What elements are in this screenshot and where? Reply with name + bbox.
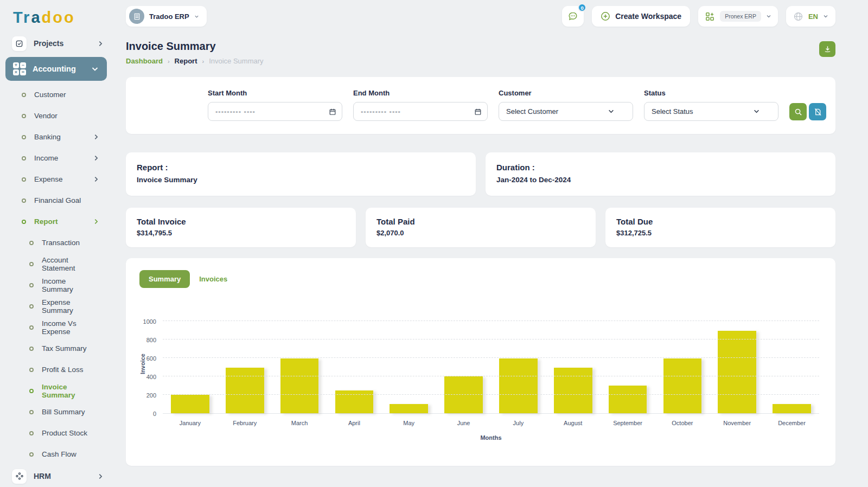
chevron-right-icon (94, 219, 99, 225)
workspace-selector[interactable]: Tradoo ERP (126, 6, 207, 27)
sidebar-item-invoice-summary[interactable]: Invoice Summary (0, 380, 112, 401)
x-axis-title: Months (163, 434, 819, 441)
search-button[interactable] (789, 103, 807, 120)
download-button[interactable] (819, 41, 835, 57)
sidebar-item-profit-loss[interactable]: Profit & Loss (0, 359, 112, 380)
brand-logo[interactable]: Tradoo (0, 5, 112, 32)
erp-selector-label: Pronex ERP (720, 11, 761, 22)
filter-buttons (789, 103, 826, 121)
document-slash-icon (814, 108, 822, 116)
logo-text-dark: a (31, 9, 41, 26)
dot-icon (29, 304, 34, 309)
breadcrumb-dashboard[interactable]: Dashboard (126, 57, 163, 65)
language-selector[interactable]: EN (786, 6, 835, 27)
chevron-down-icon (608, 108, 614, 114)
sidebar-item-financial-goal[interactable]: Financial Goal (0, 190, 112, 211)
tab-summary[interactable]: Summary (139, 270, 190, 288)
sidebar-item-label: HRM (34, 472, 98, 480)
x-axis-label: April (327, 420, 381, 426)
total-label: Total Paid (376, 217, 585, 226)
sidebar-item-label: Expense Summary (42, 298, 99, 315)
end-month-field: End Month (353, 89, 488, 121)
sidebar-item-projects[interactable]: Projects (0, 32, 112, 55)
sidebar-item-label: Income (34, 154, 94, 162)
invoice-chart: Invoice 02004006008001000 JanuaryFebruar… (163, 322, 819, 441)
sidebar-item-product-stock[interactable]: Product Stock (0, 422, 112, 444)
sidebar-item-report[interactable]: Report (0, 211, 112, 232)
sidebar-item-income[interactable]: Income (0, 148, 112, 169)
sidebar-item-vendor[interactable]: Vendor (0, 105, 112, 126)
dot-icon (22, 114, 26, 118)
sidebar-item-tax-summary[interactable]: Tax Summary (0, 338, 112, 359)
app-root: Tradoo Projects+−×=AccountingCustomerVen… (0, 0, 868, 487)
erp-selector[interactable]: Pronex ERP (698, 6, 778, 27)
sidebar-item-label: Projects (34, 39, 98, 48)
plus-circle-icon (601, 11, 610, 21)
breadcrumb-current: Invoice Summary (209, 57, 263, 65)
chart-bar-november (718, 331, 756, 413)
chart-gridline (163, 394, 819, 395)
chart-gridline (163, 321, 819, 321)
chart-bar-slot (655, 322, 710, 413)
sidebar-item-label: Tax Summary (42, 344, 99, 353)
total-value: $312,725.5 (616, 229, 825, 237)
chart-bar-august (554, 368, 592, 414)
sidebar-item-label: Bill Summary (42, 408, 99, 416)
sidebar-item-income-vs-expense[interactable]: Income Vs Expense (0, 317, 112, 338)
chart-bar-september (609, 386, 647, 413)
calculator-icon: +−×= (13, 62, 26, 75)
status-select[interactable]: Select Status (644, 102, 778, 121)
x-axis-label: September (601, 420, 655, 426)
chart-card: SummaryInvoices Invoice 0200400600800100… (126, 258, 835, 466)
sidebar-item-label: Banking (34, 133, 94, 141)
chart-bar-june (444, 376, 483, 413)
sidebar-item-bill-summary[interactable]: Bill Summary (0, 401, 112, 422)
chart-bar-october (663, 358, 702, 413)
report-label: Report : (137, 163, 465, 172)
workspace-avatar (129, 9, 144, 24)
dot-icon (29, 389, 34, 393)
checkbox-icon (12, 36, 27, 51)
sidebar-menu: Projects+−×=AccountingCustomerVendorBank… (0, 32, 112, 487)
start-month-field: Start Month (208, 89, 342, 121)
sidebar-item-label: Profit & Loss (42, 366, 99, 374)
create-workspace-button[interactable]: Create Workspace (592, 6, 690, 27)
total-value: $314,795.5 (137, 229, 345, 237)
sidebar-item-expense[interactable]: Expense (0, 169, 112, 190)
chat-bubble-icon (567, 11, 578, 22)
dot-icon (22, 177, 26, 182)
customer-select[interactable]: Select Customer (499, 102, 633, 121)
download-icon (824, 45, 832, 53)
end-month-input[interactable] (353, 102, 488, 121)
dot-icon (29, 325, 34, 330)
sidebar-item-label: Invoice Summary (42, 383, 99, 399)
chart-bar-slot (601, 322, 655, 413)
chat-button[interactable]: 0 (562, 6, 584, 27)
sidebar-item-transaction[interactable]: Transaction (0, 232, 112, 253)
chart-bar-march (280, 358, 319, 413)
breadcrumb-report[interactable]: Report (175, 57, 197, 65)
sidebar-item-banking[interactable]: Banking (0, 126, 112, 148)
logo-text-teal: Tr (13, 9, 31, 26)
sidebar-item-account-statement[interactable]: Account Statement (0, 253, 112, 274)
sidebar-item-income-summary[interactable]: Income Summary (0, 274, 112, 296)
chevron-right-icon (94, 155, 99, 161)
sidebar-item-label: Financial Goal (34, 196, 99, 204)
sidebar-item-label: Cash Flow (42, 450, 99, 458)
dot-icon (22, 198, 26, 203)
sidebar-item-accounting[interactable]: +−×=Accounting (5, 57, 107, 81)
start-month-input[interactable] (208, 102, 342, 121)
sidebar-item-hrm[interactable]: HRM (0, 465, 112, 487)
chart-bar-july (499, 358, 538, 413)
sidebar-item-customer[interactable]: Customer (0, 84, 112, 105)
chart-bar-slot (546, 322, 601, 413)
report-value: Invoice Summary (137, 176, 465, 184)
chart-gridline (163, 376, 819, 376)
sidebar-item-cash-flow[interactable]: Cash Flow (0, 444, 112, 465)
tab-invoices[interactable]: Invoices (199, 275, 227, 283)
sidebar-item-expense-summary[interactable]: Expense Summary (0, 296, 112, 317)
breadcrumb-separator: › (168, 58, 170, 65)
clear-filter-button[interactable] (809, 103, 826, 120)
customer-field: Customer Select Customer (499, 89, 633, 121)
sidebar-item-label: Report (34, 217, 94, 226)
